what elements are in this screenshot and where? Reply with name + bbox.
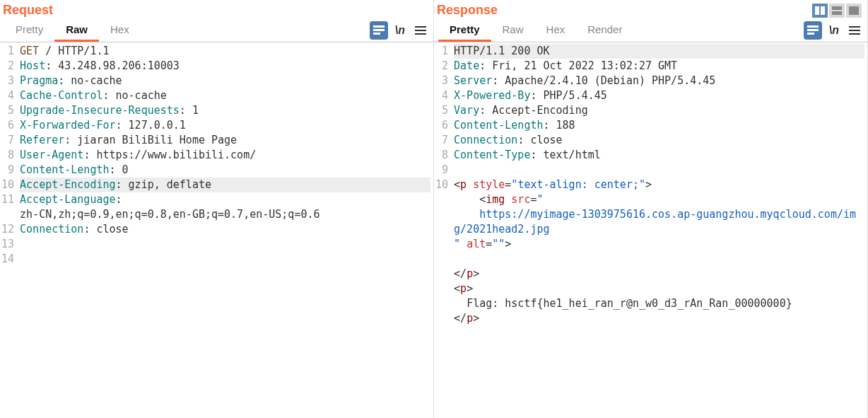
svg-rect-1	[373, 29, 385, 31]
code-line[interactable]: Flag: hsctf{he1_hei_ran_r@n_w0_d3_rAn_Ra…	[454, 296, 864, 311]
code-line[interactable]: X-Forwarded-For: 127.0.0.1	[20, 118, 430, 133]
code-line[interactable]	[20, 252, 430, 267]
svg-rect-10	[807, 33, 814, 35]
response-gutter: 12345678910	[434, 42, 451, 418]
code-line[interactable]	[454, 252, 864, 267]
code-line[interactable]: X-Powered-By: PHP/5.4.45	[454, 88, 864, 103]
code-line[interactable]: <img src="	[454, 192, 864, 207]
response-tabs: PrettyRawHexRender	[438, 19, 804, 42]
view-single-icon[interactable]	[846, 4, 862, 18]
request-tab-row: PrettyRawHex \n	[0, 19, 433, 42]
response-tab-row: PrettyRawHexRender \n	[434, 19, 867, 42]
code-line[interactable]: Accept-Language:	[20, 192, 430, 207]
tab-render[interactable]: Render	[576, 19, 633, 42]
tab-pretty[interactable]: Pretty	[4, 19, 54, 42]
request-title: Request	[3, 3, 53, 18]
code-line[interactable]: Connection: close	[454, 133, 864, 148]
code-line[interactable]: <p>	[454, 281, 864, 296]
response-code[interactable]: 12345678910 HTTP/1.1 200 OKDate: Fri, 21…	[434, 42, 867, 418]
code-line[interactable]: Content-Length: 0	[20, 163, 430, 178]
format-icon[interactable]	[370, 21, 388, 40]
request-panel: Request PrettyRawHex \n 1234567891011 12…	[0, 0, 434, 418]
code-line[interactable]	[454, 163, 864, 178]
code-line[interactable]: https://myimage-1303975616.cos.ap-guangz…	[454, 207, 864, 237]
code-line[interactable]: </p>	[454, 311, 864, 326]
request-gutter: 1234567891011 121314	[0, 42, 17, 418]
code-line[interactable]: GET / HTTP/1.1	[20, 44, 430, 59]
code-line[interactable]	[20, 237, 430, 252]
response-tools: \n	[804, 21, 863, 40]
svg-rect-2	[373, 33, 380, 35]
tab-hex[interactable]: Hex	[535, 19, 577, 42]
code-line[interactable]: Upgrade-Insecure-Requests: 1	[20, 103, 430, 118]
response-panel: Response PrettyRawHexRender \n 123456789…	[434, 0, 868, 418]
code-line[interactable]: Connection: close	[20, 222, 430, 237]
code-line[interactable]: Pragma: no-cache	[20, 74, 430, 88]
code-line[interactable]: Server: Apache/2.4.10 (Debian) PHP/5.4.4…	[454, 74, 864, 88]
code-line[interactable]: </p>	[454, 267, 864, 281]
svg-rect-8	[807, 25, 819, 28]
code-line[interactable]: Host: 43.248.98.206:10003	[20, 59, 430, 74]
request-tools: \n	[370, 21, 429, 40]
code-line[interactable]: Vary: Accept-Encoding	[454, 103, 864, 118]
code-line[interactable]: Cache-Control: no-cache	[20, 88, 430, 103]
tab-hex[interactable]: Hex	[99, 19, 141, 42]
wrap-toggle[interactable]: \n	[395, 24, 405, 37]
request-lines[interactable]: GET / HTTP/1.1Host: 43.248.98.206:10003P…	[17, 42, 433, 418]
code-line[interactable]: Accept-Encoding: gzip, deflate	[20, 178, 430, 192]
code-line[interactable]: Content-Type: text/html	[454, 148, 864, 163]
svg-rect-3	[815, 6, 819, 15]
response-header: Response	[434, 0, 867, 19]
response-title: Response	[437, 3, 498, 18]
code-line[interactable]: Date: Fri, 21 Oct 2022 13:02:27 GMT	[454, 59, 864, 74]
request-tabs: PrettyRawHex	[4, 19, 370, 42]
svg-rect-6	[832, 11, 842, 15]
view-mode-icons	[812, 4, 862, 18]
code-line[interactable]: Referer: jiaran BiliBili Home Page	[20, 133, 430, 148]
menu-icon[interactable]	[412, 23, 429, 37]
tab-pretty[interactable]: Pretty	[438, 19, 491, 42]
view-split-vertical-icon[interactable]	[812, 4, 828, 18]
wrap-toggle[interactable]: \n	[829, 24, 839, 37]
request-code[interactable]: 1234567891011 121314 GET / HTTP/1.1Host:…	[0, 42, 433, 418]
code-line[interactable]: <p style="text-align: center;">	[454, 178, 864, 192]
format-icon[interactable]	[804, 21, 822, 40]
svg-rect-5	[832, 6, 842, 10]
request-header: Request	[0, 0, 433, 19]
svg-rect-4	[821, 6, 825, 15]
svg-rect-9	[807, 29, 819, 31]
response-lines[interactable]: HTTP/1.1 200 OKDate: Fri, 21 Oct 2022 13…	[451, 42, 867, 418]
tab-raw[interactable]: Raw	[54, 19, 99, 42]
code-line[interactable]: Content-Length: 188	[454, 118, 864, 133]
code-line[interactable]: HTTP/1.1 200 OK	[454, 44, 864, 59]
tab-raw[interactable]: Raw	[491, 19, 535, 42]
view-split-horizontal-icon[interactable]	[829, 4, 845, 18]
svg-rect-7	[849, 6, 859, 15]
code-line[interactable]: " alt="">	[454, 237, 864, 252]
svg-rect-0	[373, 25, 385, 28]
menu-icon[interactable]	[846, 23, 863, 37]
code-line[interactable]: User-Agent: https://www.bilibili.com/	[20, 148, 430, 163]
code-line[interactable]: zh-CN,zh;q=0.9,en;q=0.8,en-GB;q=0.7,en-U…	[20, 207, 430, 222]
